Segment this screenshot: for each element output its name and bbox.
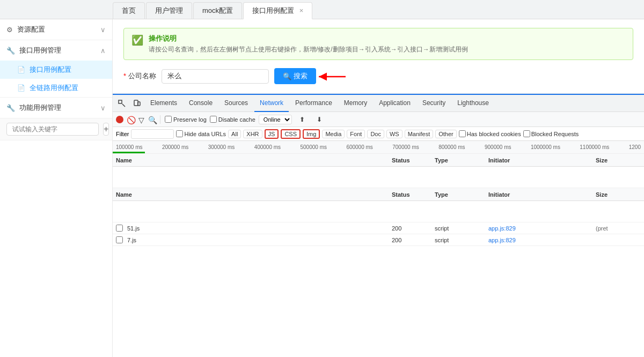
col-header-size-1: Size: [596, 157, 639, 163]
filter-xhr-button[interactable]: XHR: [243, 130, 262, 138]
filter-img-button[interactable]: Img: [303, 129, 320, 139]
timeline-label-6: 700000 ms: [392, 144, 419, 150]
gear-icon: ⚙: [6, 26, 13, 34]
filter-doc-button[interactable]: Doc: [367, 130, 384, 138]
tab-performance[interactable]: Performance: [290, 95, 338, 112]
filter-all-button[interactable]: All: [228, 130, 241, 138]
row-51js-initiator[interactable]: app.js:829: [488, 225, 596, 232]
notice-box: ✅ 操作说明 请按公司名查询，然后在左侧树节点上使用右键操作，新增/修改/删除项…: [123, 28, 633, 60]
timeline-label-4: 500000 ms: [301, 144, 327, 150]
filter-ws-button[interactable]: WS: [386, 130, 402, 138]
row-51js-checkbox[interactable]: [116, 225, 123, 232]
tab-api-example-config[interactable]: 接口用例配置 ×: [243, 2, 312, 19]
top-tab-bar: 首页 用户管理 mock配置 接口用例配置 ×: [0, 0, 644, 19]
tab-elements[interactable]: Elements: [145, 95, 182, 112]
col-header-type-1: Type: [435, 157, 488, 163]
filter-js-button[interactable]: JS: [265, 129, 279, 139]
notice-desc: 请按公司名查询，然后在左侧树节点上使用右键操作，新增/修改/删除项目→引入系统→…: [149, 45, 468, 54]
table-row[interactable]: 51.js 200 script app.js:829 (pret: [113, 222, 644, 234]
company-input[interactable]: [162, 69, 269, 84]
row-7js-checkbox[interactable]: [116, 236, 123, 243]
chevron-down-icon-2: ∨: [100, 104, 106, 112]
has-blocked-cookies-label[interactable]: Has blocked cookies: [459, 130, 521, 137]
tab-security[interactable]: Security: [417, 95, 451, 112]
col-header-initiator-1: Initiator: [488, 157, 596, 163]
filter-media-button[interactable]: Media: [322, 130, 345, 138]
search-network-button[interactable]: 🔍: [148, 116, 156, 123]
import-har-button[interactable]: ⬆: [295, 113, 309, 127]
sidebar-header-func-examples[interactable]: 🔧 功能用例管理 ∨: [0, 98, 112, 118]
blocked-requests-checkbox[interactable]: [523, 130, 530, 137]
timeline-label-3: 400000 ms: [254, 144, 281, 150]
company-label: *公司名称: [123, 71, 156, 81]
has-blocked-cookies-checkbox[interactable]: [459, 130, 466, 137]
disable-cache-label[interactable]: Disable cache: [210, 116, 255, 123]
preserve-log-label[interactable]: Preserve log: [165, 116, 207, 123]
filter-font-button[interactable]: Font: [347, 130, 365, 138]
close-tab-icon[interactable]: ×: [299, 6, 304, 14]
search-icon: 🔍: [283, 72, 291, 80]
col-header-status-1: Status: [392, 157, 435, 163]
row-7js-initiator[interactable]: app.js:829: [488, 237, 596, 243]
tab-sources[interactable]: Sources: [219, 95, 253, 112]
add-tree-item-button[interactable]: +: [103, 123, 109, 136]
notice-text: 操作说明 请按公司名查询，然后在左侧树节点上使用右键操作，新增/修改/删除项目→…: [149, 34, 468, 54]
row-51js-type: script: [435, 225, 488, 232]
wrench-icon-2: 🔧: [6, 104, 15, 112]
row-7js-name: 7.js: [113, 236, 392, 243]
tab-memory[interactable]: Memory: [339, 95, 372, 112]
net-table-header-2: Name Status Type Initiator Size: [113, 188, 644, 201]
chevron-up-icon: ∧: [100, 47, 106, 55]
timeline-bar: 100000 ms 200000 ms 300000 ms 400000 ms …: [113, 141, 644, 154]
sidebar: ⚙ 资源配置 ∨ 🔧 接口用例管理 ∧ 📄 接口用例配置 📄 全链路用例配置: [0, 19, 113, 357]
wrench-icon: 🔧: [6, 47, 15, 55]
filter-input[interactable]: [131, 129, 174, 139]
tab-application[interactable]: Application: [374, 95, 416, 112]
sidebar-section-api-examples: 🔧 接口用例管理 ∧ 📄 接口用例配置 📄 全链路用例配置: [0, 40, 112, 98]
notice-title: 操作说明: [149, 34, 468, 43]
record-button[interactable]: [116, 116, 123, 123]
devtools-topbar: Elements Console Sources Network Perform…: [113, 95, 644, 112]
clear-button[interactable]: 🚫: [127, 116, 134, 123]
tab-mock-config[interactable]: mock配置: [193, 2, 242, 19]
timeline-label-5: 600000 ms: [346, 144, 372, 150]
red-arrow-annotation: [316, 69, 348, 85]
sidebar-header-api-examples[interactable]: 🔧 接口用例管理 ∧: [0, 40, 112, 61]
tree-search-input[interactable]: [6, 123, 99, 136]
net-table-header-1: Name Status Type Initiator Size: [113, 154, 644, 167]
sidebar-item-chain-config-label: 全链路用例配置: [30, 83, 78, 93]
disable-cache-checkbox[interactable]: [210, 116, 217, 123]
tab-console[interactable]: Console: [184, 95, 218, 112]
sidebar-item-api-config[interactable]: 📄 接口用例配置: [0, 61, 112, 79]
timeline-labels: 100000 ms 200000 ms 300000 ms 400000 ms …: [116, 144, 641, 150]
blocked-requests-label[interactable]: Blocked Requests: [523, 130, 579, 137]
export-har-button[interactable]: ⬇: [312, 113, 326, 127]
throttle-select[interactable]: Online: [259, 115, 292, 124]
timeline-label-0: 100000 ms: [116, 144, 142, 150]
devtools-inspect-icon[interactable]: [115, 96, 129, 110]
filter-manifest-button[interactable]: Manifest: [405, 130, 434, 138]
tab-lighthouse[interactable]: Lighthouse: [452, 95, 494, 112]
tab-home[interactable]: 首页: [113, 2, 145, 19]
filter-other-button[interactable]: Other: [435, 130, 457, 138]
tree-search-area: +: [0, 118, 112, 140]
sidebar-item-chain-config[interactable]: 📄 全链路用例配置: [0, 79, 112, 97]
tab-user-mgmt[interactable]: 用户管理: [146, 2, 192, 19]
content-area: ✅ 操作说明 请按公司名查询，然后在左侧树节点上使用右键操作，新增/修改/删除项…: [113, 19, 644, 357]
hide-data-urls-checkbox[interactable]: [176, 130, 183, 137]
timeline-label-9: 1000000 ms: [531, 144, 560, 150]
sidebar-label-func-examples: 功能用例管理: [19, 103, 61, 113]
devtools-device-icon[interactable]: [130, 96, 144, 110]
app-content: ✅ 操作说明 请按公司名查询，然后在左侧树节点上使用右键操作，新增/修改/删除项…: [113, 19, 644, 94]
tab-network[interactable]: Network: [254, 95, 289, 112]
table-row[interactable]: 7.js 200 script app.js:829: [113, 234, 644, 246]
hide-data-urls-label[interactable]: Hide data URLs: [176, 130, 226, 137]
timeline-progress-line: [113, 152, 145, 153]
timeline-label-8: 900000 ms: [485, 144, 511, 150]
search-button[interactable]: 🔍 搜索: [274, 68, 316, 84]
svg-rect-1: [119, 100, 122, 103]
preserve-log-checkbox[interactable]: [165, 116, 172, 123]
filter-css-button[interactable]: CSS: [281, 129, 301, 139]
filter-toggle-button[interactable]: ▽: [137, 116, 145, 123]
sidebar-header-resources[interactable]: ⚙ 资源配置 ∨: [0, 19, 112, 40]
